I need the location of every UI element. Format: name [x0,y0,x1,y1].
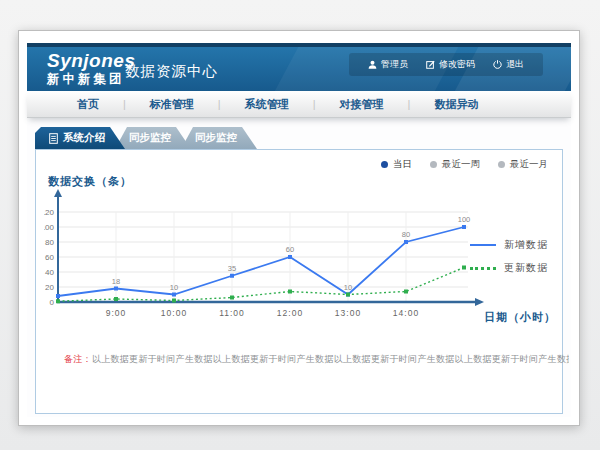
logo-brand-text: Synjones [47,51,135,70]
data-point [230,296,234,300]
x-tick-label: 9:00 [106,308,127,318]
range-option-label: 最近一周 [442,158,480,171]
legend-label: 新增数据 [504,238,548,252]
nav-item-1[interactable]: 首页 [53,97,123,112]
page-title: 数据资源中心 [125,62,218,81]
data-point [288,290,292,294]
range-option-label: 最近一月 [510,158,548,171]
x-tick-label: 12:00 [277,308,303,318]
logout-label: 退出 [506,58,524,71]
legend-swatch-icon [470,267,496,270]
x-tick-label: 10:00 [161,308,187,318]
nav-item-3[interactable]: 系统管理 [221,97,313,112]
footnote-text: 以上数据更新于时间产生数据以上数据更新于时间产生数据以上数据更新于时间产生数据以… [92,354,569,364]
data-point-label: 60 [286,245,294,254]
document-icon [49,133,58,144]
data-point [462,266,466,270]
x-axis-title: 日期（小时） [484,310,556,325]
user-account-button[interactable]: 管理员 [359,56,417,73]
legend-swatch-icon [470,244,496,246]
desktop-background: Synjones 新中新集团 数据资源中心 管理员 修改密码 退出 首页|标 [0,0,600,450]
tab-label: 系统介绍 [63,131,105,145]
legend-item-1: 新增数据 [470,238,548,252]
data-point [404,240,408,244]
logo-company-text: 新中新集团 [47,73,135,86]
user-menu: 管理员 修改密码 退出 [349,53,543,76]
edit-icon [426,60,435,69]
line-chart: 0204060801001209:0010:0011:0012:0013:001… [44,188,488,334]
footnote: 备注：以上数据更新于时间产生数据以上数据更新于时间产生数据以上数据更新于时间产生… [64,353,569,366]
tab-label: 同步监控 [129,131,171,145]
tab-1[interactable]: 系统介绍 [35,127,125,149]
nav-item-5[interactable]: 数据异动 [410,97,502,112]
chart-legend: 新增数据更新数据 [470,238,548,284]
radio-dot-icon [381,161,388,168]
data-point [346,293,350,297]
y-axis-arrow [54,189,62,197]
range-option-2[interactable]: 最近一周 [430,158,480,171]
app-header: Synjones 新中新集团 数据资源中心 管理员 修改密码 退出 [27,43,571,91]
y-tick-label: 120 [44,208,55,217]
data-point [56,294,60,298]
range-option-3[interactable]: 最近一月 [498,158,548,171]
power-icon [493,60,502,69]
legend-item-2: 更新数据 [470,261,548,275]
data-point [114,287,118,291]
data-point-label: 35 [228,264,236,273]
x-axis-arrow [475,298,484,306]
time-range-selector: 当日最近一周最近一月 [381,158,548,171]
y-tick-label: 40 [45,268,54,277]
nav-item-2[interactable]: 标准管理 [126,97,218,112]
tab-3[interactable]: 同步监控 [181,127,257,149]
legend-label: 更新数据 [504,261,548,275]
app-window: Synjones 新中新集团 数据资源中心 管理员 修改密码 退出 首页|标 [18,30,580,426]
data-point [56,299,60,303]
company-logo: Synjones 新中新集团 [47,51,135,86]
tab-2[interactable]: 同步监控 [115,127,191,149]
footnote-prefix: 备注： [64,354,92,364]
radio-dot-icon [430,161,437,168]
chart-panel: 当日最近一周最近一月 数据交换（条） 日期（小时） 02040608010012… [35,149,563,414]
user-name-label: 管理员 [381,58,408,71]
data-point [114,297,118,301]
range-option-1[interactable]: 当日 [381,158,412,171]
x-tick-label: 14:00 [393,308,419,318]
data-point [172,299,176,303]
data-point-label: 18 [112,277,120,286]
tab-label: 同步监控 [195,131,237,145]
user-icon [368,60,377,69]
x-tick-label: 11:00 [219,308,245,318]
y-tick-label: 80 [45,238,54,247]
change-password-button[interactable]: 修改密码 [417,56,484,73]
data-point [172,293,176,297]
change-password-label: 修改密码 [439,58,475,71]
data-point-label: 80 [402,230,410,239]
y-axis-title: 数据交换（条） [48,174,132,189]
content-area: 系统介绍同步监控同步监控 当日最近一周最近一月 数据交换（条） 日期（小时） 0… [27,118,571,417]
y-tick-label: 20 [45,283,54,292]
tab-bar: 系统介绍同步监控同步监控 [35,127,257,149]
range-option-label: 当日 [393,158,412,171]
data-point [462,225,466,229]
data-point [404,290,408,294]
logout-button[interactable]: 退出 [484,56,533,73]
nav-item-4[interactable]: 对接管理 [316,97,408,112]
y-tick-label: 0 [50,298,55,307]
data-point [230,274,234,278]
data-point-label: 10 [170,283,178,292]
main-nav: 首页|标准管理|系统管理|对接管理|数据异动 [27,91,571,118]
x-tick-label: 13:00 [335,308,361,318]
y-tick-label: 60 [45,253,54,262]
radio-dot-icon [498,161,505,168]
data-point-label: 100 [458,215,471,224]
data-point-label: 10 [344,283,352,292]
data-point [288,255,292,259]
y-tick-label: 100 [44,223,55,232]
